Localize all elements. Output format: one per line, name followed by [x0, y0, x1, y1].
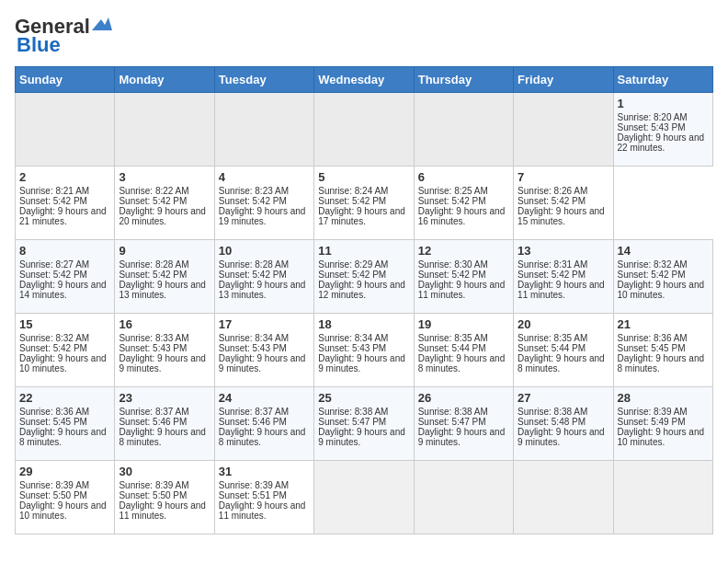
day-cell-22: 22Sunrise: 8:36 AMSunset: 5:45 PMDayligh… [16, 387, 115, 461]
sunset-text: Sunset: 5:42 PM [318, 270, 386, 280]
daylight-text: Daylight: 9 hours and 20 minutes. [119, 206, 206, 226]
sunset-text: Sunset: 5:46 PM [119, 417, 187, 427]
day-number: 27 [518, 391, 609, 405]
day-cell-23: 23Sunrise: 8:37 AMSunset: 5:46 PMDayligh… [115, 387, 214, 461]
week-row-0: 1Sunrise: 8:20 AMSunset: 5:43 PMDaylight… [16, 93, 713, 167]
calendar-table: SundayMondayTuesdayWednesdayThursdayFrid… [15, 66, 713, 534]
daylight-text: Daylight: 9 hours and 14 minutes. [19, 280, 107, 300]
day-cell-2: 2Sunrise: 8:21 AMSunset: 5:42 PMDaylight… [16, 167, 115, 240]
sunset-text: Sunset: 5:42 PM [518, 270, 586, 280]
daylight-text: Daylight: 9 hours and 11 minutes. [518, 280, 605, 300]
day-number: 2 [19, 170, 110, 184]
sunrise-text: Sunrise: 8:26 AM [518, 186, 587, 196]
col-header-wednesday: Wednesday [314, 67, 414, 93]
day-cell-21: 21Sunrise: 8:36 AMSunset: 5:45 PMDayligh… [613, 314, 712, 387]
sunset-text: Sunset: 5:47 PM [418, 417, 486, 427]
daylight-text: Daylight: 9 hours and 17 minutes. [318, 206, 405, 226]
day-cell-4: 4Sunrise: 8:23 AMSunset: 5:42 PMDaylight… [214, 167, 313, 240]
sunset-text: Sunset: 5:43 PM [119, 343, 187, 353]
empty-cell [115, 93, 214, 167]
sunset-text: Sunset: 5:50 PM [19, 490, 87, 500]
daylight-text: Daylight: 9 hours and 9 minutes. [318, 427, 405, 447]
day-cell-10: 10Sunrise: 8:28 AMSunset: 5:42 PMDayligh… [214, 240, 313, 314]
day-cell-20: 20Sunrise: 8:35 AMSunset: 5:44 PMDayligh… [514, 314, 613, 387]
sunset-text: Sunset: 5:46 PM [219, 417, 287, 427]
day-cell-11: 11Sunrise: 8:29 AMSunset: 5:42 PMDayligh… [314, 240, 414, 314]
sunrise-text: Sunrise: 8:34 AM [219, 333, 289, 343]
day-cell-6: 6Sunrise: 8:25 AMSunset: 5:42 PMDaylight… [414, 167, 513, 240]
empty-cell [414, 461, 513, 534]
sunrise-text: Sunrise: 8:37 AM [219, 407, 289, 417]
day-number: 22 [19, 391, 110, 405]
sunset-text: Sunset: 5:42 PM [418, 270, 486, 280]
daylight-text: Daylight: 9 hours and 11 minutes. [418, 280, 506, 300]
day-number: 3 [119, 170, 210, 184]
logo-bird-icon [92, 17, 112, 32]
empty-cell [414, 93, 513, 167]
sunset-text: Sunset: 5:42 PM [19, 270, 87, 280]
day-number: 5 [318, 170, 409, 184]
sunrise-text: Sunrise: 8:28 AM [219, 259, 289, 270]
day-number: 4 [219, 170, 310, 184]
sunset-text: Sunset: 5:42 PM [219, 196, 287, 206]
sunset-text: Sunset: 5:42 PM [19, 196, 87, 206]
day-number: 8 [19, 244, 110, 258]
day-cell-16: 16Sunrise: 8:33 AMSunset: 5:43 PMDayligh… [115, 314, 214, 387]
daylight-text: Daylight: 9 hours and 8 minutes. [19, 427, 107, 447]
sunrise-text: Sunrise: 8:37 AM [119, 407, 188, 417]
day-cell-1: 1Sunrise: 8:20 AMSunset: 5:43 PMDaylight… [613, 93, 712, 167]
sunrise-text: Sunrise: 8:39 AM [618, 407, 688, 417]
sunset-text: Sunset: 5:49 PM [618, 417, 686, 427]
day-cell-5: 5Sunrise: 8:24 AMSunset: 5:42 PMDaylight… [314, 167, 414, 240]
day-number: 28 [618, 391, 709, 405]
daylight-text: Daylight: 9 hours and 9 minutes. [418, 427, 506, 447]
sunrise-text: Sunrise: 8:31 AM [518, 259, 587, 270]
day-cell-8: 8Sunrise: 8:27 AMSunset: 5:42 PMDaylight… [16, 240, 115, 314]
day-number: 31 [219, 465, 310, 478]
daylight-text: Daylight: 9 hours and 10 minutes. [19, 500, 107, 521]
day-number: 30 [119, 465, 210, 478]
day-number: 26 [418, 391, 509, 405]
day-number: 10 [219, 244, 310, 258]
col-header-thursday: Thursday [414, 67, 513, 93]
day-number: 7 [518, 170, 609, 184]
daylight-text: Daylight: 9 hours and 16 minutes. [418, 206, 506, 226]
sunset-text: Sunset: 5:48 PM [518, 417, 586, 427]
sunrise-text: Sunrise: 8:21 AM [19, 186, 89, 196]
week-row-5: 29Sunrise: 8:39 AMSunset: 5:50 PMDayligh… [16, 461, 713, 534]
day-cell-26: 26Sunrise: 8:38 AMSunset: 5:47 PMDayligh… [414, 387, 513, 461]
sunset-text: Sunset: 5:42 PM [318, 196, 386, 206]
sunset-text: Sunset: 5:42 PM [418, 196, 486, 206]
day-cell-14: 14Sunrise: 8:32 AMSunset: 5:42 PMDayligh… [613, 240, 712, 314]
daylight-text: Daylight: 9 hours and 8 minutes. [518, 353, 605, 373]
svg-marker-0 [92, 17, 112, 30]
daylight-text: Daylight: 9 hours and 9 minutes. [219, 353, 306, 373]
day-cell-18: 18Sunrise: 8:34 AMSunset: 5:43 PMDayligh… [314, 314, 414, 387]
sunset-text: Sunset: 5:50 PM [119, 490, 187, 500]
daylight-text: Daylight: 9 hours and 8 minutes. [219, 427, 306, 447]
sunset-text: Sunset: 5:42 PM [219, 270, 287, 280]
sunrise-text: Sunrise: 8:29 AM [318, 259, 388, 270]
sunset-text: Sunset: 5:42 PM [19, 343, 87, 353]
daylight-text: Daylight: 9 hours and 8 minutes. [618, 353, 705, 373]
sunset-text: Sunset: 5:45 PM [618, 343, 686, 353]
empty-cell [314, 93, 414, 167]
day-cell-19: 19Sunrise: 8:35 AMSunset: 5:44 PMDayligh… [414, 314, 513, 387]
daylight-text: Daylight: 9 hours and 15 minutes. [518, 206, 605, 226]
day-number: 21 [618, 317, 709, 331]
col-header-monday: Monday [115, 67, 214, 93]
col-header-saturday: Saturday [613, 67, 712, 93]
daylight-text: Daylight: 9 hours and 11 minutes. [219, 500, 306, 521]
sunrise-text: Sunrise: 8:28 AM [119, 259, 188, 270]
day-cell-3: 3Sunrise: 8:22 AMSunset: 5:42 PMDaylight… [115, 167, 214, 240]
daylight-text: Daylight: 9 hours and 10 minutes. [19, 353, 107, 373]
day-number: 17 [219, 317, 310, 331]
daylight-text: Daylight: 9 hours and 13 minutes. [219, 280, 306, 300]
week-row-3: 15Sunrise: 8:32 AMSunset: 5:42 PMDayligh… [16, 314, 713, 387]
day-number: 6 [418, 170, 509, 184]
sunset-text: Sunset: 5:47 PM [318, 417, 386, 427]
day-number: 15 [19, 317, 110, 331]
day-cell-7: 7Sunrise: 8:26 AMSunset: 5:42 PMDaylight… [514, 167, 613, 240]
day-cell-9: 9Sunrise: 8:28 AMSunset: 5:42 PMDaylight… [115, 240, 214, 314]
col-header-sunday: Sunday [16, 67, 115, 93]
